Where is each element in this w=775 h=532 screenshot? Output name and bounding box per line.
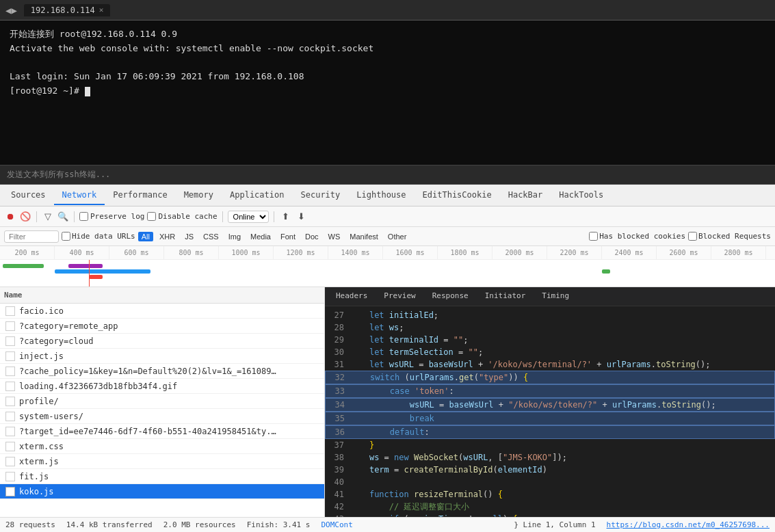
filter-xhr-btn[interactable]: XHR: [156, 232, 179, 241]
file-icon-fit-js: [5, 472, 15, 481]
tick-1000: 1000 ms: [219, 246, 274, 259]
file-item-facio[interactable]: facio.ico: [0, 304, 324, 319]
code-tab-response[interactable]: Response: [424, 289, 477, 304]
toolbar-sep-3: [222, 211, 223, 222]
terminal-tab-close[interactable]: ✕: [99, 5, 104, 14]
tick-1400: 1400 ms: [328, 246, 383, 259]
status-bar: 28 requests 14.4 kB transferred 2.0 MB r…: [0, 517, 775, 532]
file-item-inject[interactable]: inject.js: [0, 349, 324, 364]
code-line-41: 41 function resizeTerminal() {: [325, 488, 775, 501]
file-item-fit-js[interactable]: fit.js: [0, 469, 324, 484]
file-name-cloud: ?category=cloud: [19, 336, 93, 346]
file-item-koko-js[interactable]: koko.js: [0, 484, 324, 499]
filter-media-btn[interactable]: Media: [247, 232, 274, 241]
timeline-bars: [0, 260, 775, 287]
terminal-nav-arrows[interactable]: ◀▶: [5, 5, 17, 16]
file-item-remote-app[interactable]: ?category=remote_app: [0, 319, 324, 334]
tab-application[interactable]: Application: [222, 186, 292, 205]
terminal-line-4: Last login: Sun Jan 17 06:09:39 2021 fro…: [10, 70, 765, 84]
filter-css-btn[interactable]: CSS: [200, 232, 222, 241]
devtools-panel: Sources Network Performance Memory Appli…: [0, 185, 775, 532]
file-name-profile: profile/: [19, 397, 59, 406]
dom-content: DOMCont: [321, 520, 352, 529]
hide-data-urls-input[interactable]: [62, 232, 70, 241]
filter-manifest-btn[interactable]: Manifest: [346, 232, 382, 241]
tick-200: 200 ms: [0, 246, 55, 259]
blocked-requests-input[interactable]: [688, 232, 697, 241]
export-button[interactable]: ⬇: [295, 210, 308, 223]
filter-all-btn[interactable]: All: [138, 232, 153, 241]
code-line-27: 27 let initialEd;: [325, 309, 775, 321]
has-blocked-cookies-label: Has blocked cookies: [599, 232, 685, 241]
code-tab-preview[interactable]: Preview: [376, 289, 423, 304]
has-blocked-cookies-checkbox[interactable]: Has blocked cookies: [589, 232, 685, 241]
tab-network[interactable]: Network: [54, 186, 105, 205]
file-item-profile[interactable]: profile/: [0, 394, 324, 409]
filter-other-btn[interactable]: Other: [384, 232, 410, 241]
file-item-xterm-js[interactable]: xterm.js: [0, 454, 324, 469]
filter-button[interactable]: ▽: [42, 211, 54, 223]
code-tab-timing[interactable]: Timing: [534, 289, 577, 304]
file-item-xterm-css[interactable]: xterm.css: [0, 439, 324, 454]
tab-hacktools[interactable]: HackTools: [551, 186, 612, 205]
file-name-cache: ?cache_policy=1&key=1&n=Default%20(2)&lv…: [19, 367, 279, 376]
file-list-items: facio.ico ?category=remote_app ?category…: [0, 304, 324, 517]
code-line-33: 33 case 'token':: [325, 384, 775, 398]
file-item-loading[interactable]: loading.4f3236673db18fbb34f4.gif: [0, 379, 324, 394]
file-item-system-users[interactable]: system-users/: [0, 409, 324, 424]
file-list: Name facio.ico ?category=remote_app ?cat…: [0, 287, 325, 517]
filter-font-btn[interactable]: Font: [277, 232, 299, 241]
throttle-select[interactable]: Online: [228, 211, 269, 223]
clear-button[interactable]: 🚫: [19, 211, 31, 223]
tab-memory[interactable]: Memory: [176, 186, 222, 205]
terminal-tab[interactable]: 192.168.0.114 ✕: [24, 4, 111, 16]
filter-js-btn[interactable]: JS: [181, 232, 197, 241]
url-hint[interactable]: https://blog.csdn.net/m0_46257698...: [607, 520, 770, 529]
toolbar-sep-4: [274, 211, 274, 222]
hide-data-urls-checkbox[interactable]: Hide data URLs: [62, 232, 135, 241]
tab-sources[interactable]: Sources: [3, 186, 54, 205]
disable-cache-checkbox[interactable]: Disable cache: [147, 212, 217, 221]
tab-hackbar[interactable]: HackBar: [500, 186, 551, 205]
filter-img-btn[interactable]: Img: [225, 232, 244, 241]
blocked-requests-checkbox[interactable]: Blocked Requests: [688, 232, 771, 241]
tab-editthiscookie[interactable]: EditThisCookie: [415, 186, 500, 205]
filter-ws-btn[interactable]: WS: [325, 232, 344, 241]
has-blocked-cookies-input[interactable]: [589, 232, 598, 241]
preserve-log-input[interactable]: [79, 212, 88, 221]
terminal-line-1: 开始连接到 root@192.168.0.114 0.9: [10, 27, 765, 42]
code-line-28: 28 let ws;: [325, 321, 775, 334]
record-button[interactable]: ⏺: [4, 211, 16, 223]
throttle-select-wrap: Online: [228, 211, 269, 223]
file-item-cloud[interactable]: ?category=cloud: [0, 334, 324, 349]
code-line-36: 36 default:: [325, 425, 775, 439]
filter-doc-btn[interactable]: Doc: [302, 232, 322, 241]
search-button[interactable]: 🔍: [57, 211, 69, 223]
filter-input[interactable]: [4, 230, 59, 243]
terminal-footer[interactable]: 发送文本到所有ssh终端...: [0, 165, 775, 184]
code-tab-headers[interactable]: Headers: [328, 289, 376, 304]
file-name-fit-js: fit.js: [19, 472, 49, 481]
timeline-bar-5: [602, 269, 610, 274]
tab-performance[interactable]: Performance: [105, 186, 175, 205]
line-col-indicator: } Line 1, Column 1: [514, 520, 595, 529]
file-item-cache[interactable]: ?cache_policy=1&key=1&n=Default%20(2)&lv…: [0, 364, 324, 379]
timeline-bar-4: [89, 275, 103, 279]
file-name-inject: inject.js: [19, 351, 64, 361]
tick-2000: 2000 ms: [492, 246, 547, 259]
file-icon-cache: [5, 367, 15, 376]
file-name-xterm-js: xterm.js: [19, 457, 59, 466]
preserve-log-checkbox[interactable]: Preserve log: [79, 212, 144, 221]
filter-bar: Hide data URLs All XHR JS CSS Img Media …: [0, 227, 775, 246]
resources-size: 2.0 MB resources: [163, 520, 236, 529]
file-icon-facio: [5, 306, 15, 316]
disable-cache-input[interactable]: [147, 212, 156, 221]
tab-lighthouse[interactable]: Lighthouse: [348, 186, 414, 205]
code-tab-initiator[interactable]: Initiator: [477, 289, 534, 304]
tab-security[interactable]: Security: [292, 186, 348, 205]
file-item-target[interactable]: ?target_id=ee7e7446-6df7-4f60-b551-40a24…: [0, 424, 324, 439]
file-icon-xterm-js: [5, 457, 15, 466]
terminal-line-5: [root@192 ~]#: [10, 84, 765, 98]
code-line-31: 31 let wsURL = baseWsUrl + '/koko/ws/ter…: [325, 358, 775, 371]
import-button[interactable]: ⬆: [279, 210, 292, 223]
